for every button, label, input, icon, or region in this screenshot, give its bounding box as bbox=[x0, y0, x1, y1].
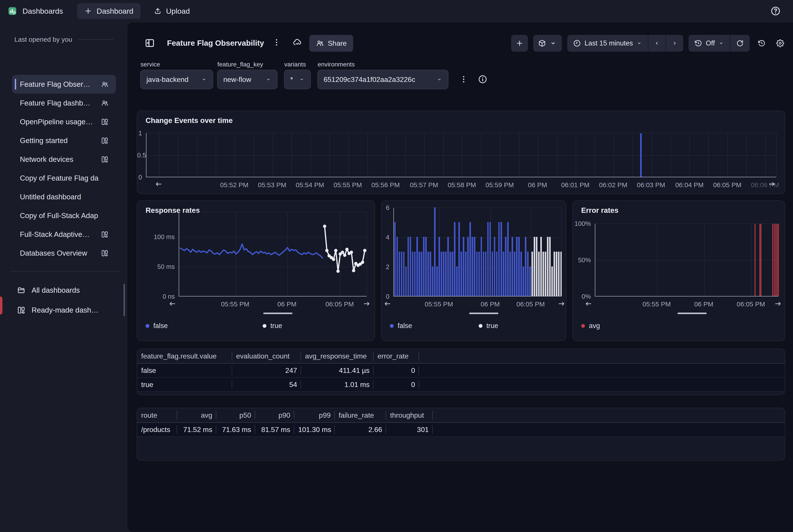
error-spike bbox=[778, 224, 779, 296]
column-header[interactable]: failure_rate bbox=[335, 411, 386, 420]
x-axis-tick: 06:05 PM bbox=[737, 300, 765, 308]
column-header[interactable]: evaluation_count bbox=[232, 352, 301, 360]
grid-icon bbox=[99, 249, 108, 257]
legend-item-true[interactable]: true bbox=[479, 322, 498, 330]
sidebar-item[interactable]: Copy of Full-Stack Adap… bbox=[12, 206, 116, 225]
add-panel-button[interactable] bbox=[511, 35, 528, 52]
time-range-button[interactable]: Last 15 minutes bbox=[567, 35, 648, 52]
change-events-plot[interactable] bbox=[146, 133, 776, 177]
share-button[interactable]: Share bbox=[309, 35, 353, 52]
time-axis-scrollbar[interactable] bbox=[678, 312, 707, 314]
feature-flag-key-filter-dropdown[interactable]: new-flow bbox=[217, 70, 277, 89]
column-header[interactable]: p90 bbox=[255, 411, 294, 420]
service-filter-dropdown[interactable]: java-backend bbox=[140, 70, 213, 89]
gridline bbox=[576, 133, 576, 177]
settings-button[interactable] bbox=[774, 35, 787, 52]
info-icon[interactable] bbox=[478, 75, 487, 84]
column-header[interactable]: p99 bbox=[294, 411, 335, 420]
pan-right-arrow[interactable] bbox=[363, 300, 370, 307]
column-header[interactable]: p50 bbox=[216, 411, 255, 420]
bar-false bbox=[500, 222, 502, 296]
x-axis-tick: 05:59 PM bbox=[485, 181, 514, 189]
sidebar-item[interactable]: Getting started bbox=[12, 131, 116, 150]
cloud-sync-icon[interactable] bbox=[293, 38, 302, 47]
bar-false bbox=[445, 252, 447, 296]
feature-flag-results-table: feature_flag.result.valueevaluation_coun… bbox=[137, 348, 785, 395]
legend-item-true[interactable]: true bbox=[263, 322, 282, 330]
pan-right-arrow[interactable] bbox=[774, 300, 782, 307]
sidebar-item[interactable]: Databases Overview bbox=[12, 244, 116, 263]
sidebar-item[interactable]: Network devices bbox=[12, 150, 116, 169]
environments-filter-dropdown[interactable]: 651209c374a1f02aa2a3226c bbox=[317, 70, 448, 89]
legend-item-avg[interactable]: avg bbox=[581, 322, 600, 330]
grid-icon bbox=[99, 231, 108, 238]
table-row[interactable]: /products71.52 ms71.63 ms81.57 ms101.30 … bbox=[137, 423, 785, 437]
x-axis-tick: 05:55 PM bbox=[221, 300, 249, 308]
error-rates-plot[interactable] bbox=[595, 224, 778, 297]
help-button[interactable] bbox=[771, 6, 781, 16]
column-header[interactable]: feature_flag.result.value bbox=[137, 352, 232, 360]
bar-false bbox=[467, 237, 469, 296]
pan-left-arrow[interactable] bbox=[585, 300, 592, 307]
column-header[interactable]: error_rate bbox=[373, 352, 419, 360]
time-axis-scrollbar[interactable] bbox=[263, 312, 293, 314]
dashboard-menu-button[interactable] bbox=[272, 38, 281, 47]
sidebar-item[interactable]: Feature Flag Obser… bbox=[12, 75, 116, 94]
bar-false bbox=[474, 237, 475, 296]
error-spike bbox=[777, 224, 777, 296]
y-axis-tick: 0.5 bbox=[137, 151, 145, 160]
bar-false bbox=[503, 252, 504, 296]
x-axis-tick: 06:05 PM bbox=[713, 181, 741, 189]
sidebar-scrollbar[interactable] bbox=[124, 284, 125, 316]
people-icon bbox=[99, 80, 108, 88]
refresh-now-button[interactable] bbox=[730, 35, 750, 52]
sidebar-item-all-dashboards[interactable]: All dashboards bbox=[12, 280, 116, 300]
time-axis-scrollbar[interactable] bbox=[469, 312, 498, 314]
pan-left-arrow[interactable] bbox=[384, 300, 391, 307]
x-axis-tick: 06 PM bbox=[694, 300, 714, 308]
table-cell: 1.01 ms bbox=[301, 380, 373, 389]
auto-refresh-button[interactable]: Off bbox=[688, 35, 730, 52]
legend-item-false[interactable]: false bbox=[390, 322, 412, 330]
bar-false bbox=[408, 237, 409, 296]
new-dashboard-button[interactable]: Dashboard bbox=[77, 3, 140, 19]
column-header[interactable]: avg bbox=[177, 411, 216, 420]
resource-picker-button[interactable] bbox=[533, 35, 562, 52]
history-button[interactable] bbox=[755, 35, 768, 52]
variants-filter-dropdown[interactable]: * bbox=[284, 70, 311, 89]
sidebar-item[interactable]: Full-Stack Adaptive… bbox=[12, 225, 116, 244]
time-shift-forward-button[interactable] bbox=[666, 35, 683, 52]
bar-true bbox=[534, 237, 535, 296]
pan-left-arrow[interactable] bbox=[168, 300, 176, 307]
x-axis-tick: 05:56 PM bbox=[371, 181, 400, 189]
clock-icon bbox=[573, 39, 581, 47]
pan-right-arrow[interactable] bbox=[558, 300, 565, 307]
sidebar-item[interactable]: Copy of Feature Flag da… bbox=[12, 169, 116, 187]
bar-false bbox=[469, 222, 471, 296]
upload-button[interactable]: Upload bbox=[147, 3, 197, 19]
recent-dashboards-list: Feature Flag Obser…Feature Flag dashb…Op… bbox=[12, 75, 116, 263]
pan-right-arrow[interactable] bbox=[768, 180, 776, 188]
panel-collapse-button[interactable] bbox=[144, 37, 156, 49]
column-header[interactable]: route bbox=[137, 411, 177, 420]
legend-label: false bbox=[153, 322, 168, 330]
column-header[interactable]: throughput bbox=[386, 411, 433, 420]
evaluation-counts-plot[interactable] bbox=[393, 208, 562, 297]
table-cell: 247 bbox=[232, 366, 301, 375]
time-shift-back-button[interactable] bbox=[648, 35, 666, 52]
sidebar-item[interactable]: OpenPipeline usage… bbox=[12, 112, 116, 131]
dashboards-menu[interactable]: Dashboards bbox=[7, 6, 63, 16]
gridline bbox=[405, 133, 406, 177]
sidebar-item[interactable]: Feature Flag dashb… bbox=[12, 94, 116, 112]
sidebar-item[interactable]: Untitled dashboard bbox=[12, 187, 116, 206]
pan-left-arrow[interactable] bbox=[155, 180, 162, 188]
column-header[interactable]: avg_response_time bbox=[301, 352, 373, 360]
chevron-down-icon bbox=[265, 77, 271, 82]
legend-item-false[interactable]: false bbox=[146, 322, 168, 330]
filters-menu-button[interactable] bbox=[459, 75, 468, 84]
data-point bbox=[336, 269, 340, 273]
table-row[interactable]: false247411.41 µs0 bbox=[137, 364, 785, 378]
response-rates-plot[interactable] bbox=[179, 212, 367, 297]
sidebar-item-ready-made-dash-[interactable]: Ready-made dash… bbox=[12, 300, 116, 320]
table-row[interactable]: true541.01 ms0 bbox=[137, 378, 785, 392]
